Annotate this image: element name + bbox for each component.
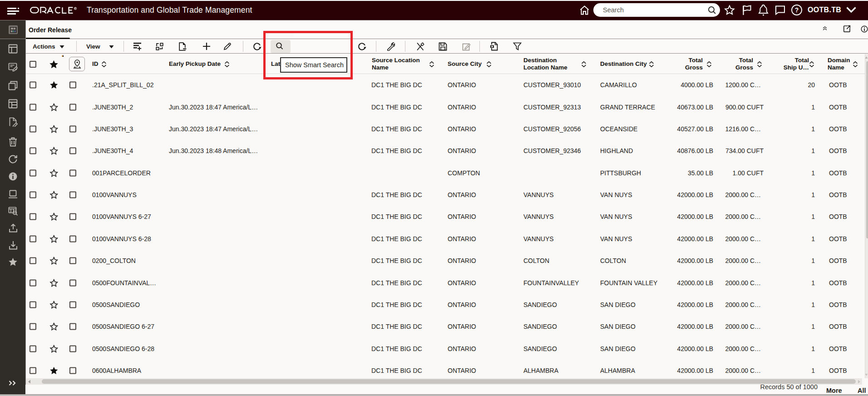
svg-text:?: ? [795, 6, 799, 14]
